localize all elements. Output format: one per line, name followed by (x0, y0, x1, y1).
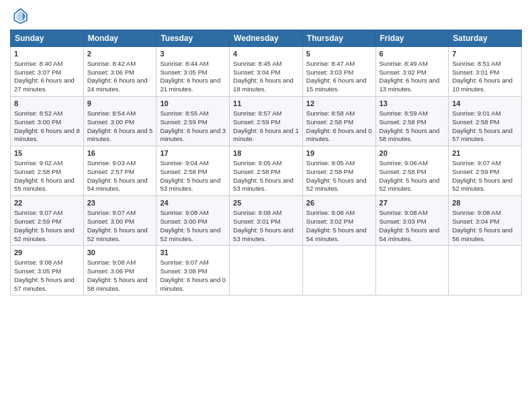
logo-icon (10, 7, 29, 26)
calendar-cell: 20Sunrise: 9:06 AMSunset: 2:58 PMDayligh… (375, 146, 449, 196)
daylight-hours: Daylight: 5 hours and 52 minutes. (380, 177, 440, 193)
sunrise-time: Sunrise: 9:01 AM (452, 109, 500, 117)
daylight-hours: Daylight: 5 hours and 52 minutes. (87, 226, 148, 242)
calendar-cell: 26Sunrise: 9:08 AMSunset: 3:02 PMDayligh… (302, 196, 375, 246)
calendar-cell: 24Sunrise: 9:08 AMSunset: 3:00 PMDayligh… (157, 196, 230, 246)
calendar-cell: 10Sunrise: 8:55 AMSunset: 2:59 PMDayligh… (157, 97, 230, 146)
day-number: 15 (14, 148, 80, 158)
weekday-header-row: SundayMondayTuesdayWednesdayThursdayFrid… (11, 30, 522, 47)
calendar-cell: 1Sunrise: 8:40 AMSunset: 3:07 PMDaylight… (11, 47, 84, 97)
calendar-page: SundayMondayTuesdayWednesdayThursdayFrid… (0, 0, 532, 411)
calendar-cell: 11Sunrise: 8:57 AMSunset: 2:59 PMDayligh… (230, 97, 303, 146)
daylight-hours: Daylight: 5 hours and 53 minutes. (233, 177, 294, 193)
daylight-hours: Daylight: 5 hours and 53 minutes. (160, 177, 220, 193)
sunrise-time: Sunrise: 8:51 AM (452, 60, 500, 67)
day-number: 11 (233, 99, 299, 109)
header (10, 7, 522, 26)
weekday-header-friday: Friday (375, 30, 449, 47)
weekday-header-tuesday: Tuesday (157, 30, 230, 47)
day-number: 5 (306, 49, 372, 59)
calendar-week-row: 29Sunrise: 9:08 AMSunset: 3:05 PMDayligh… (11, 246, 522, 295)
daylight-hours: Daylight: 6 hours and 8 minutes. (14, 127, 80, 143)
weekday-header-wednesday: Wednesday (230, 30, 303, 47)
sunrise-time: Sunrise: 9:07 AM (87, 209, 136, 216)
calendar-cell: 31Sunrise: 9:07 AMSunset: 3:08 PMDayligh… (157, 246, 230, 295)
day-number: 10 (160, 99, 226, 109)
daylight-hours: Daylight: 5 hours and 57 minutes. (14, 276, 75, 292)
calendar-week-row: 8Sunrise: 8:52 AMSunset: 3:00 PMDaylight… (11, 97, 522, 146)
sunset-time: Sunset: 3:03 PM (380, 218, 427, 225)
daylight-hours: Daylight: 5 hours and 52 minutes. (14, 226, 75, 242)
weekday-header-thursday: Thursday (302, 30, 375, 47)
calendar-cell: 8Sunrise: 8:52 AMSunset: 3:00 PMDaylight… (11, 97, 84, 146)
calendar-cell: 16Sunrise: 9:03 AMSunset: 2:57 PMDayligh… (83, 146, 157, 196)
calendar-cell: 9Sunrise: 8:54 AMSunset: 3:00 PMDaylight… (83, 97, 157, 146)
weekday-header-sunday: Sunday (11, 30, 84, 47)
calendar-cell: 5Sunrise: 8:47 AMSunset: 3:03 PMDaylight… (302, 47, 375, 97)
day-number: 12 (306, 99, 372, 109)
day-number: 24 (160, 198, 226, 208)
day-number: 31 (160, 248, 226, 258)
calendar-cell: 30Sunrise: 9:08 AMSunset: 3:06 PMDayligh… (83, 246, 157, 295)
calendar-cell (230, 246, 303, 295)
daylight-hours: Daylight: 5 hours and 52 minutes. (452, 177, 513, 193)
calendar-cell: 27Sunrise: 9:08 AMSunset: 3:03 PMDayligh… (375, 196, 449, 246)
day-number: 17 (160, 148, 226, 158)
sunset-time: Sunset: 3:06 PM (87, 267, 134, 275)
sunrise-time: Sunrise: 9:08 AM (452, 209, 500, 216)
sunrise-time: Sunrise: 8:47 AM (306, 60, 355, 67)
calendar-cell (375, 246, 449, 295)
daylight-hours: Daylight: 5 hours and 54 minutes. (306, 226, 367, 242)
calendar-week-row: 22Sunrise: 9:07 AMSunset: 2:59 PMDayligh… (11, 196, 522, 246)
daylight-hours: Daylight: 5 hours and 53 minutes. (233, 226, 294, 242)
daylight-hours: Daylight: 5 hours and 56 minutes. (452, 226, 513, 242)
daylight-hours: Daylight: 5 hours and 52 minutes. (306, 177, 367, 193)
sunset-time: Sunset: 2:58 PM (452, 118, 499, 126)
calendar-header: SundayMondayTuesdayWednesdayThursdayFrid… (11, 30, 522, 47)
calendar-cell: 22Sunrise: 9:07 AMSunset: 2:59 PMDayligh… (11, 196, 84, 246)
sunset-time: Sunset: 3:04 PM (233, 68, 280, 76)
day-number: 20 (380, 148, 445, 158)
sunrise-time: Sunrise: 9:04 AM (160, 159, 208, 167)
weekday-header-saturday: Saturday (449, 30, 522, 47)
sunrise-time: Sunrise: 9:08 AM (306, 209, 355, 216)
sunrise-time: Sunrise: 8:55 AM (160, 109, 208, 117)
sunrise-time: Sunrise: 8:42 AM (87, 60, 136, 67)
calendar-cell: 19Sunrise: 9:05 AMSunset: 2:58 PMDayligh… (302, 146, 375, 196)
day-number: 21 (452, 148, 518, 158)
sunset-time: Sunset: 2:58 PM (380, 168, 427, 175)
sunrise-time: Sunrise: 8:45 AM (233, 60, 281, 67)
day-number: 2 (87, 49, 153, 59)
calendar-cell: 4Sunrise: 8:45 AMSunset: 3:04 PMDaylight… (230, 47, 303, 97)
day-number: 1 (14, 49, 80, 59)
daylight-hours: Daylight: 5 hours and 54 minutes. (87, 177, 148, 193)
sunrise-time: Sunrise: 9:08 AM (87, 259, 136, 266)
sunset-time: Sunset: 3:02 PM (380, 68, 427, 76)
calendar-cell: 18Sunrise: 9:05 AMSunset: 2:58 PMDayligh… (230, 146, 303, 196)
sunset-time: Sunset: 2:59 PM (14, 218, 61, 225)
day-number: 9 (87, 99, 153, 109)
calendar-cell: 15Sunrise: 9:02 AMSunset: 2:58 PMDayligh… (11, 146, 84, 196)
daylight-hours: Daylight: 6 hours and 15 minutes. (306, 77, 367, 93)
sunrise-time: Sunrise: 8:44 AM (160, 60, 208, 67)
calendar-cell: 29Sunrise: 9:08 AMSunset: 3:05 PMDayligh… (11, 246, 84, 295)
sunrise-time: Sunrise: 9:07 AM (14, 209, 62, 216)
sunset-time: Sunset: 2:58 PM (306, 118, 353, 126)
calendar-body: 1Sunrise: 8:40 AMSunset: 3:07 PMDaylight… (11, 47, 522, 295)
daylight-hours: Daylight: 6 hours and 0 minutes. (160, 276, 226, 292)
calendar-cell: 21Sunrise: 9:07 AMSunset: 2:59 PMDayligh… (449, 146, 522, 196)
sunset-time: Sunset: 3:00 PM (14, 118, 61, 126)
sunrise-time: Sunrise: 8:49 AM (380, 60, 428, 67)
calendar-cell: 2Sunrise: 8:42 AMSunset: 3:06 PMDaylight… (83, 47, 157, 97)
daylight-hours: Daylight: 6 hours and 21 minutes. (160, 77, 220, 93)
sunset-time: Sunset: 3:04 PM (452, 218, 499, 225)
sunset-time: Sunset: 3:08 PM (160, 267, 207, 275)
sunset-time: Sunset: 3:05 PM (14, 267, 61, 275)
day-number: 28 (452, 198, 518, 208)
sunrise-time: Sunrise: 9:03 AM (87, 159, 136, 167)
daylight-hours: Daylight: 5 hours and 52 minutes. (160, 226, 220, 242)
sunset-time: Sunset: 2:58 PM (14, 168, 61, 175)
sunset-time: Sunset: 3:06 PM (87, 68, 134, 76)
sunset-time: Sunset: 3:00 PM (87, 218, 134, 225)
calendar-cell: 7Sunrise: 8:51 AMSunset: 3:01 PMDaylight… (449, 47, 522, 97)
